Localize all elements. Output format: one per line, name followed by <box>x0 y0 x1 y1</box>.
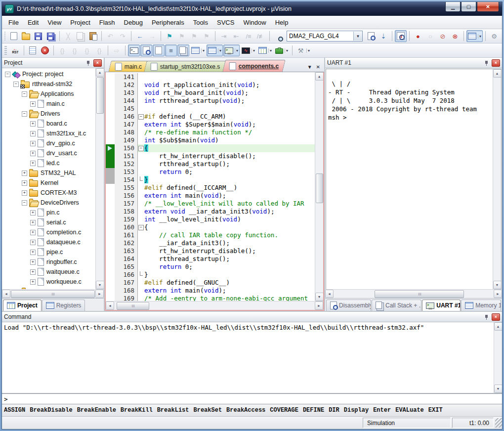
clear-all-bookmarks-button[interactable]: ⚑ <box>201 30 212 42</box>
project-tree-hscrollbar[interactable]: ◄ ► <box>2 289 104 298</box>
code-text[interactable]: rtthread_startup(); <box>144 160 315 168</box>
collapse-icon[interactable]: − <box>5 72 10 77</box>
tree-item-workqueue-c[interactable]: +workqueue.c <box>2 277 96 287</box>
view-tab-memory-1[interactable]: Memory 1 <box>461 300 501 311</box>
incremental-find-button[interactable]: ⇣ <box>378 30 389 42</box>
insert-remove-breakpoint-button[interactable]: ● <box>412 30 424 42</box>
panel-tab-registers[interactable]: Registers <box>42 300 85 311</box>
watch-window-button[interactable]: ▾ <box>190 44 206 56</box>
code-text[interactable]: rtthread_startup(); <box>144 255 315 263</box>
command-button-display[interactable]: Display <box>344 407 369 414</box>
code-text[interactable]: /* __low_level_init will auto called by … <box>144 200 315 208</box>
pin-icon[interactable] <box>484 60 489 66</box>
code-line-body[interactable]: #elif defined(__GNUC__) <box>138 279 315 287</box>
code-line-147[interactable]: 147extern int $Super$$main(void); <box>106 121 315 129</box>
cut-button[interactable]: ╳ <box>62 30 74 42</box>
command-button-define[interactable]: DEFINE <box>303 407 324 414</box>
menu-window[interactable]: Window <box>239 17 270 28</box>
expand-icon[interactable]: + <box>30 279 36 285</box>
scroll-up-icon[interactable]: ▲ <box>493 69 502 78</box>
code-line-148[interactable]: 148/* re-define main function */ <box>106 129 315 136</box>
editor-tab-startup-stm32f103xe-s[interactable]: startup_stm32f103xe.s <box>144 61 227 72</box>
tree-item-serial-c[interactable]: +serial.c <box>2 217 96 227</box>
expand-icon[interactable]: + <box>30 141 36 146</box>
code-line-151[interactable]: 151 rt_hw_interrupt_disable(); <box>106 152 315 160</box>
scroll-left-icon[interactable]: ◄ <box>325 290 334 298</box>
code-line-body[interactable]: rt_hw_interrupt_disable(); <box>138 152 315 160</box>
code-line-body[interactable]: /* re-define main function */ <box>138 129 315 136</box>
code-text[interactable]: extern int $Super$$main(void); <box>144 121 315 129</box>
command-button-exit[interactable]: EXIT <box>428 407 443 414</box>
fold-column[interactable]: − <box>138 114 144 120</box>
scroll-left-icon[interactable]: ◄ <box>2 290 10 298</box>
code-text[interactable]: #elif defined(__GNUC__) <box>144 279 315 287</box>
command-button-evaluate[interactable]: EVALuate <box>395 407 424 414</box>
command-vscrollbar[interactable]: ▲ ▼ <box>494 322 502 393</box>
scroll-down-icon[interactable]: ▼ <box>96 281 104 289</box>
expand-icon[interactable]: + <box>22 171 27 176</box>
code-line-body[interactable]: rt_hw_interrupt_disable(); <box>138 247 315 255</box>
command-button-assign[interactable]: ASSIGN <box>4 407 25 414</box>
system-viewer-window-button[interactable]: ▾ <box>257 44 273 56</box>
code-line-body[interactable]: return 0; <box>138 168 315 176</box>
navigate-forward-button[interactable]: → <box>146 30 158 42</box>
tree-item-stm32f1xx-it-c[interactable]: +stm32f1xx_it.c <box>2 129 96 138</box>
scroll-up-icon[interactable]: ▲ <box>96 68 104 77</box>
code-line-161[interactable]: 161 // call IAR table copy function. <box>106 231 315 239</box>
expand-icon[interactable]: + <box>30 151 36 156</box>
registers-window-button[interactable]: ≡ <box>165 44 177 56</box>
close-button[interactable]: ✕ <box>477 2 499 12</box>
code-line-164[interactable]: 164 rtthread_startup(); <box>106 255 315 263</box>
code-line-155[interactable]: 155#elif defined(__ICCARM__) <box>106 184 315 192</box>
code-text[interactable]: } <box>144 176 315 184</box>
code-line-body[interactable]: void rt_application_init(void); <box>138 81 315 89</box>
resize-grip-icon[interactable] <box>495 418 502 428</box>
menu-help[interactable]: Help <box>271 17 293 28</box>
code-line-body[interactable]: int $Sub$$main(void) <box>138 136 315 144</box>
command-button-breakset[interactable]: BreakSet <box>193 407 222 414</box>
code-text[interactable]: extern int main(void); <box>144 192 315 200</box>
call-stack-window-button[interactable] <box>177 44 189 56</box>
close-document-icon[interactable]: ✕ <box>316 64 320 70</box>
code-text[interactable]: { <box>144 223 315 231</box>
command-window-button[interactable] <box>128 44 140 56</box>
tree-item-dataqueue-c[interactable]: +dataqueue.c <box>2 237 96 247</box>
tree-item-drv-usart-c[interactable]: +drv_usart.c <box>2 148 96 158</box>
code-line-body[interactable]: −#if defined (__CC_ARM) <box>138 113 315 121</box>
find-in-files-button[interactable] <box>272 30 284 42</box>
tree-item-pipe-c[interactable]: +pipe.c <box>2 247 96 257</box>
code-line-154[interactable]: 154} <box>106 176 315 184</box>
code-line-body[interactable]: #elif defined(__ICCARM__) <box>138 184 315 192</box>
code-text[interactable]: #elif defined(__ICCARM__) <box>144 184 315 192</box>
fold-collapse-icon[interactable]: − <box>138 114 144 120</box>
tree-item-applications[interactable]: −Applications <box>2 89 96 99</box>
code-text[interactable]: extern int main(void); <box>144 287 315 295</box>
code-line-145[interactable]: 145 <box>106 105 315 113</box>
debug-settings-wrench-button[interactable]: ⚒▾ <box>295 44 311 56</box>
code-line-body[interactable]: return 0; <box>138 263 315 271</box>
editor-tab-components-c[interactable]: components.c <box>222 60 286 72</box>
tree-item-led-c[interactable]: +led.c <box>2 158 96 168</box>
code-line-152[interactable]: 152 rtthread_startup(); <box>106 160 315 168</box>
scroll-down-icon[interactable]: ▼ <box>315 293 324 301</box>
code-line-body[interactable]: −{ <box>138 144 315 152</box>
indent-right-button[interactable]: ⇥ <box>218 30 230 42</box>
tree-item-stm32-hal[interactable]: +STM32_HAL <box>2 168 96 178</box>
exec-marker[interactable] <box>106 168 115 176</box>
code-line-body[interactable]: extern int main(void); <box>138 287 315 295</box>
menu-flash[interactable]: Flash <box>95 17 120 28</box>
expand-icon[interactable]: + <box>30 250 36 255</box>
code-line-body[interactable] <box>138 73 315 81</box>
code-line-body[interactable]: } <box>138 176 315 184</box>
fold-column[interactable] <box>138 274 144 276</box>
menu-view[interactable]: View <box>43 17 66 28</box>
step-out-button[interactable]: {} <box>81 44 93 56</box>
view-tab-disassembly[interactable]: Disassembly <box>326 300 371 311</box>
kill-all-breakpoints-button[interactable]: ⊗ <box>449 30 461 42</box>
scroll-down-icon[interactable]: ▼ <box>493 281 502 289</box>
code-line-156[interactable]: 156extern int main(void); <box>106 192 315 200</box>
code-editor[interactable]: 141142void rt_application_init(void);143… <box>106 72 323 301</box>
code-line-142[interactable]: 142void rt_application_init(void); <box>106 81 315 89</box>
tree-item-cortex-m3[interactable]: +CORTEX-M3 <box>2 188 96 198</box>
copy-button[interactable] <box>75 30 86 42</box>
